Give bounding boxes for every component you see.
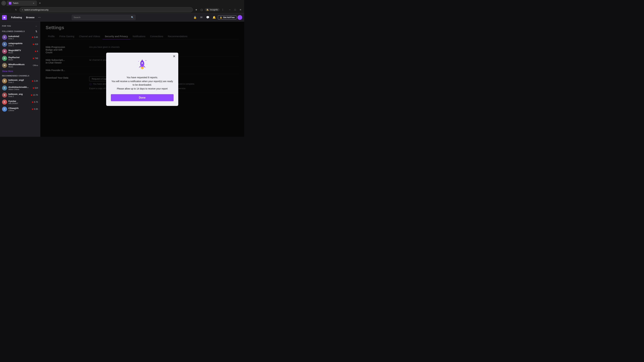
sort-followed-button[interactable]: ⇅	[35, 30, 38, 33]
browser-chrome: ⋮ T Twitch ✕ + ← → ↻ ● twitch.tv/setting…	[0, 0, 244, 13]
svg-point-14	[143, 65, 144, 65]
modal-dialog: ✕	[106, 53, 178, 106]
modal-text: You have requested 8 reports. You will r…	[111, 76, 174, 91]
sidebar-item-game: Lifeline	[8, 109, 30, 111]
avatar: D	[2, 85, 7, 90]
sidebar-item-count: 524	[33, 87, 38, 89]
tab-favicon: T	[9, 2, 12, 4]
minimize-button[interactable]: −	[228, 7, 232, 12]
address-secure-icon: ●	[22, 9, 23, 11]
sidebar-item-info: Kyedae VALORANT	[8, 100, 30, 104]
url-text: twitch.tv/settings/security	[24, 8, 49, 11]
live-indicator	[32, 101, 33, 103]
extension-button[interactable]: ▢	[199, 7, 204, 12]
sidebar-item-game: Dota 2	[8, 44, 31, 46]
sidebar-item-info: CDawgVA Lifeline	[8, 107, 30, 111]
forward-button[interactable]: →	[8, 7, 12, 12]
browser-menu-button[interactable]: ⋮	[220, 7, 225, 12]
bookmark-button[interactable]: ★	[194, 7, 198, 12]
sidebar-item[interactable]: B betboom_eng2 Dota 2 2.2K	[0, 77, 40, 84]
sidebar-item-count: 2.2K	[32, 80, 38, 82]
following-nav-item[interactable]: Following	[10, 15, 24, 20]
followed-channels-header: FOLLOWED CHANNELS ⇅	[0, 28, 40, 34]
live-indicator	[33, 43, 34, 45]
ad-free-label: Get Ad-Free	[223, 16, 234, 18]
maximize-button[interactable]: □	[233, 7, 238, 12]
back-button[interactable]: ←	[1, 7, 6, 12]
sidebar-item-name: Kyedae	[8, 100, 30, 102]
collapse-sidebar-button[interactable]: ←	[35, 24, 38, 28]
avatar: B	[2, 78, 7, 83]
sidebar-item[interactable]: K kukudota2 Dota 2 3.4K	[0, 34, 40, 41]
modal-line3: Please allow up to 14 days to receive yo…	[111, 87, 174, 90]
notifications-icon-btn[interactable]: 🔒	[192, 15, 198, 20]
tab-bar: ⋮ T Twitch ✕ +	[0, 0, 244, 6]
svg-point-8	[142, 67, 144, 69]
live-indicator	[32, 80, 33, 82]
live-indicator	[32, 108, 33, 110]
user-avatar[interactable]	[238, 15, 242, 20]
sidebar-item-info: Magic899TV Music	[8, 49, 34, 54]
recommended-channels-header: RECOMMENDED CHANNELS	[0, 73, 40, 77]
sidebar-item-count: 749	[33, 57, 38, 59]
sidebar-item[interactable]: K Kyedae VALORANT 8.7K	[0, 98, 40, 106]
tab-close-button[interactable]: ✕	[32, 2, 35, 4]
sidebar-item[interactable]: C CDawgVA Lifeline 9.3K	[0, 106, 40, 113]
get-ad-free-button[interactable]: 🔓 Get Ad-Free	[218, 15, 236, 19]
sidebar-item-name: doublebacknvalbi...	[8, 86, 31, 88]
twitch-app: ◆ Following Browse ⋯ Search 🔍 🔒 ✉ 💬 🔔 🔓 …	[0, 13, 244, 137]
sidebar: For You ← FOLLOWED CHANNELS ⇅ K kukudota…	[0, 22, 40, 137]
mail-icon-btn[interactable]: ✉	[199, 15, 204, 20]
sidebar-item-game: Music	[8, 66, 31, 68]
sidebar-item-count: 13.7K	[31, 94, 38, 96]
more-nav-button[interactable]: ⋯	[37, 15, 42, 20]
sidebar-item-info: betboom_eng Dota 2	[8, 93, 30, 97]
chat-icon-btn[interactable]: 💬	[205, 15, 210, 20]
new-tab-button[interactable]: +	[38, 1, 42, 5]
sidebar-item-count: 3.4K	[32, 36, 38, 38]
sidebar-item-info: RayRachel Music	[8, 56, 31, 61]
sidebar-item[interactable]: D doublebacknvalbi... Albion Online 524	[0, 84, 40, 91]
browse-nav-item[interactable]: Browse	[24, 15, 36, 20]
header-actions: 🔒 ✉ 💬 🔔 🔓 Get Ad-Free	[192, 15, 242, 20]
twitch-logo[interactable]: ◆	[2, 15, 7, 20]
sidebar-item-info: MikaRoseMusic Music	[8, 63, 31, 68]
sidebar-item-info: betboom_eng2 Dota 2	[8, 79, 30, 83]
offline-label: Offline	[33, 64, 38, 66]
svg-marker-5	[144, 66, 146, 68]
show-more-button[interactable]: Show More	[0, 69, 40, 73]
bell-icon-btn[interactable]: 🔔	[212, 15, 217, 20]
window-controls: − □ ✕	[228, 7, 243, 12]
incognito-label: Incognito	[210, 8, 218, 11]
sidebar-item[interactable]: M Magic899TV Music 4	[0, 48, 40, 55]
avatar: B	[2, 92, 7, 97]
incognito-icon: 🕵	[206, 8, 209, 11]
svg-point-3	[142, 62, 143, 63]
address-bar[interactable]: ● twitch.tv/settings/security	[20, 7, 193, 12]
modal-done-button[interactable]: Done	[111, 94, 174, 101]
reload-button[interactable]: ↻	[14, 7, 18, 12]
browser-tab[interactable]: T Twitch ✕	[7, 0, 37, 6]
search-bar[interactable]: Search 🔍	[72, 15, 136, 20]
sidebar-item-name: MikaRoseMusic	[8, 63, 31, 66]
tab-group-button[interactable]: ⋮	[1, 1, 6, 5]
sidebar-item[interactable]: B betboom_eng Dota 2 13.7K	[0, 91, 40, 98]
sidebar-item-game: Dota 2	[8, 81, 30, 83]
tab-title: Twitch	[13, 2, 31, 4]
avatar: C	[2, 107, 7, 112]
live-indicator	[33, 87, 34, 89]
avatar: K	[2, 99, 7, 105]
modal-close-button[interactable]: ✕	[173, 55, 176, 58]
sidebar-item[interactable]: M MikaRoseMusic Music Offline	[0, 62, 40, 69]
sidebar-item-game: Dota 2	[8, 37, 30, 39]
followed-channels-label: FOLLOWED CHANNELS	[2, 30, 25, 32]
incognito-button[interactable]: 🕵 Incognito	[204, 8, 220, 11]
sidebar-item[interactable]: S solapsapdota Dota 2 418	[0, 41, 40, 48]
twitch-nav: Following Browse ⋯	[10, 15, 42, 20]
avatar: M	[2, 63, 7, 68]
twitch-header: ◆ Following Browse ⋯ Search 🔍 🔒 ✉ 💬 🔔 🔓 …	[0, 13, 244, 22]
sidebar-item[interactable]: R RayRachel Music 749	[0, 55, 40, 62]
close-window-button[interactable]: ✕	[238, 7, 243, 12]
sidebar-item-info: kukudota2 Dota 2	[8, 35, 30, 39]
svg-point-9	[138, 61, 139, 62]
